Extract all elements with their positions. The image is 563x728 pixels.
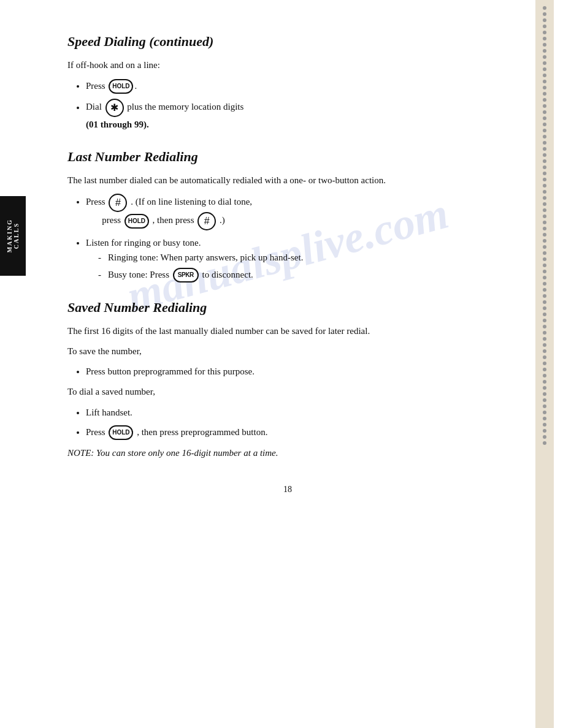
dial-text: plus the memory location digits — [127, 102, 243, 112]
saved-number-intro: The first 16 digits of the last manually… — [67, 324, 508, 338]
hold-button-1: HOLD — [109, 79, 133, 94]
press-label-3: press — [102, 215, 123, 225]
side-tab-label: MAKINGCALLS — [6, 219, 20, 252]
busy-tone-text-before: Busy tone: Press — [108, 270, 172, 279]
dial-list: Lift handset. Press HOLD , then press pr… — [86, 405, 508, 441]
busy-tone-text-after: to disconnect. — [202, 270, 253, 279]
hold-button-3: HOLD — [109, 425, 133, 440]
ringing-tone-item: Ringing tone: When party answers, pick u… — [98, 250, 508, 265]
hold-button-2: HOLD — [124, 214, 149, 229]
save-item-1: Press button preprogrammed for this purp… — [86, 364, 508, 379]
main-content: Speed Dialing (continued) If off-hook an… — [67, 34, 508, 495]
last-number-item-2: Listen for ringing or busy tone. Ringing… — [86, 235, 508, 283]
last-number-redialing-section: Last Number Redialing The last number di… — [67, 149, 508, 282]
speed-dialing-list: Press HOLD. Dial ✱ plus the memory locat… — [86, 78, 508, 132]
side-tab: MAKINGCALLS — [0, 196, 26, 276]
press-label-4: Press — [86, 427, 107, 437]
last-number-title: Last Number Redialing — [67, 149, 508, 165]
save-item-text: Press button preprogrammed for this purp… — [86, 366, 255, 376]
then-press-label: , then press — [153, 215, 197, 225]
speed-dialing-section: Speed Dialing (continued) If off-hook an… — [67, 34, 508, 132]
right-margin — [535, 0, 554, 728]
speed-dial-item-1: Press HOLD. — [86, 78, 508, 94]
dial-item-1: Lift handset. — [86, 405, 508, 420]
saved-number-title: Saved Number Redialing — [67, 300, 508, 316]
last-number-item-1: Press # . (If on line listening to dial … — [86, 194, 508, 230]
saved-number-redialing-section: Saved Number Redialing The first 16 digi… — [67, 300, 508, 460]
page-number: 18 — [67, 485, 508, 495]
page: MAKINGCALLS manualsplive.com Speed Diali… — [0, 0, 563, 728]
ringing-tone-text: Ringing tone: When party answers, pick u… — [108, 252, 303, 262]
busy-tone-item: Busy tone: Press SPKR to disconnect. — [98, 267, 508, 283]
dial-intro: To dial a saved number, — [67, 385, 508, 399]
digit-range: (01 through 99). — [86, 119, 149, 129]
save-list: Press button preprogrammed for this purp… — [86, 364, 508, 379]
speed-dialing-intro: If off-hook and on a line: — [67, 58, 508, 72]
dial-label: Dial — [86, 102, 104, 112]
hash-button-1: # — [109, 194, 127, 212]
press-label-2: Press — [86, 197, 107, 207]
last-number-intro: The last number dialed can be automatica… — [67, 173, 508, 188]
dial-item-2: Press HOLD , then press preprogrammed bu… — [86, 425, 508, 441]
speed-dial-item-2: Dial ✱ plus the memory location digits (… — [86, 99, 508, 132]
note-text: NOTE: You can store only one 16-digit nu… — [67, 446, 508, 460]
speed-dialing-title: Speed Dialing (continued) — [67, 34, 508, 50]
margin-dots — [535, 0, 554, 451]
save-intro: To save the number, — [67, 344, 508, 358]
tone-sublist: Ringing tone: When party answers, pick u… — [98, 250, 508, 283]
last-number-list: Press # . (If on line listening to dial … — [86, 194, 508, 283]
hash-button-2: # — [197, 212, 216, 230]
spkr-button: SPKR — [173, 268, 199, 282]
star-button: ✱ — [105, 99, 124, 117]
listen-label: Listen for ringing or busy tone. — [86, 238, 201, 248]
then-press-preprogrammed: , then press preprogrammed button. — [137, 427, 267, 437]
listen-text: . (If on line listening to dial tone, — [131, 197, 252, 207]
press-label-1: Press — [86, 81, 105, 91]
lift-handset-text: Lift handset. — [86, 408, 132, 417]
